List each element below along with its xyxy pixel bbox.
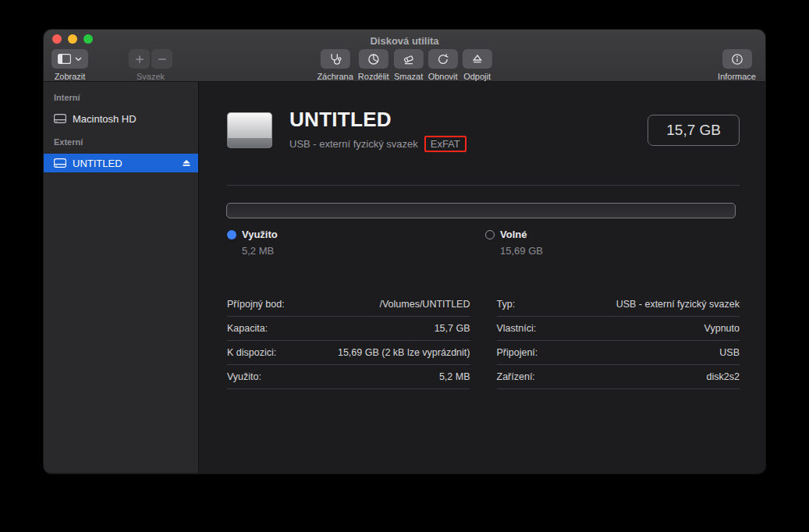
free-dot-icon: [485, 230, 495, 239]
details-table: Přípojný bod: /Volumes/UNTITLED Kapacita…: [227, 293, 740, 389]
minimize-button[interactable]: [68, 34, 77, 44]
zoom-button[interactable]: [83, 34, 93, 44]
restore-arrow-icon: [437, 53, 449, 66]
sidebar-item-label: UNTITLED: [73, 158, 122, 169]
toolbar-first-aid: Záchrana: [317, 49, 353, 81]
view-label: Zobrazit: [55, 72, 86, 81]
legend-free: Volné 15,69 GB: [485, 229, 543, 257]
add-volume-button[interactable]: [129, 49, 150, 69]
close-button[interactable]: [52, 34, 62, 44]
main-content: UNTITLED USB - externí fyzický svazek Ex…: [199, 82, 765, 473]
used-dot-icon: [227, 230, 236, 239]
detail-row-capacity: Kapacita: 15,7 GB: [227, 317, 470, 341]
toolbar-restore: Obnovit: [428, 49, 458, 81]
stethoscope-icon: [329, 53, 342, 66]
sidebar-item-label: Macintosh HD: [73, 113, 137, 125]
toolbar-right: Informace: [718, 49, 756, 81]
header-divider: [227, 185, 740, 186]
toolbar-center: Záchrana Rozdělit: [317, 49, 491, 81]
sidebar-icon: [58, 54, 71, 64]
used-value: 5,2 MB: [242, 245, 485, 257]
detail-row-mount-point: Přípojný bod: /Volumes/UNTITLED: [227, 293, 470, 317]
volume-label: Svazek: [137, 72, 165, 81]
eject-icon: [471, 53, 484, 66]
plus-icon: [135, 55, 144, 64]
details-right-column: Typ: USB - externí fyzický svazek Vlastn…: [497, 293, 740, 389]
minus-icon: [158, 55, 167, 64]
toolbar-info: Informace: [718, 49, 756, 81]
volume-header: UNTITLED USB - externí fyzický svazek Ex…: [199, 82, 765, 152]
toolbar-partition: Rozdělit: [358, 49, 389, 81]
sidebar-section-external: Externí: [44, 137, 198, 150]
detail-row-connection: Připojení: USB: [497, 341, 740, 365]
view-button[interactable]: [51, 49, 88, 69]
window-header: Disková utilita Zobrazit: [44, 30, 765, 82]
disk-icon-band: [228, 138, 271, 147]
unmount-button[interactable]: [463, 49, 492, 69]
detail-row-device: Zařízení: disk2s2: [497, 365, 740, 389]
format-badge-annotated: ExFAT: [424, 136, 467, 152]
info-label: Informace: [718, 72, 756, 81]
volume-type: USB - externí fyzický svazek: [289, 138, 418, 150]
unmount-label: Odpojit: [463, 72, 491, 81]
usage-legend: Využito 5,2 MB Volné 15,69 GB: [227, 229, 740, 257]
erase-label: Smazat: [394, 72, 423, 81]
restore-label: Obnovit: [428, 72, 458, 81]
external-drive-icon: [54, 158, 66, 168]
detail-row-type: Typ: USB - externí fyzický svazek: [497, 293, 740, 317]
external-disk-icon: [227, 112, 272, 148]
volume-name: UNTITLED: [289, 108, 467, 132]
free-value: 15,69 GB: [500, 245, 543, 257]
toolbar-view-group: Zobrazit: [51, 49, 88, 81]
toolbar-unmount: Odpojit: [463, 49, 492, 81]
titlebar: Disková utilita: [44, 30, 765, 47]
toolbar-erase: Smazat: [394, 49, 424, 81]
window-title: Disková utilita: [44, 30, 765, 47]
sidebar-item-macintosh-hd[interactable]: Macintosh HD: [44, 109, 198, 128]
free-label: Volné: [500, 229, 527, 240]
detail-row-owners: Vlastníci: Vypnuto: [497, 317, 740, 341]
used-label: Využito: [242, 229, 278, 240]
partition-button[interactable]: [359, 49, 389, 69]
pie-icon: [367, 53, 380, 66]
eraser-icon: [403, 53, 415, 66]
eject-button[interactable]: [182, 159, 191, 167]
first-aid-button[interactable]: [321, 49, 350, 69]
internal-drive-icon: [54, 114, 66, 123]
info-icon: [731, 53, 743, 66]
partition-label: Rozdělit: [358, 72, 389, 81]
first-aid-label: Záchrana: [317, 72, 353, 81]
toolbar: Zobrazit Svazek: [44, 47, 765, 81]
usage-bar: [226, 203, 736, 218]
sidebar-section-internal: Interní: [44, 93, 198, 105]
chevron-down-icon: [75, 57, 82, 62]
capacity-box: 15,7 GB: [648, 115, 740, 146]
restore-button[interactable]: [428, 49, 458, 69]
legend-used: Využito 5,2 MB: [227, 229, 485, 257]
info-button[interactable]: [722, 49, 752, 69]
sidebar-item-untitled[interactable]: UNTITLED: [44, 154, 198, 172]
disk-utility-window: Disková utilita Zobrazit: [44, 30, 765, 473]
detail-row-available: K dispozici: 15,69 GB (2 kB lze vyprázdn…: [227, 341, 470, 365]
details-left-column: Přípojný bod: /Volumes/UNTITLED Kapacita…: [227, 293, 470, 389]
toolbar-volume-group: Svazek: [129, 49, 172, 81]
remove-volume-button[interactable]: [151, 49, 172, 69]
traffic-lights: [52, 34, 93, 44]
detail-row-used: Využito: 5,2 MB: [227, 365, 470, 389]
sidebar: Interní Macintosh HD Externí UNTITLED: [44, 82, 199, 473]
erase-button[interactable]: [394, 49, 424, 69]
